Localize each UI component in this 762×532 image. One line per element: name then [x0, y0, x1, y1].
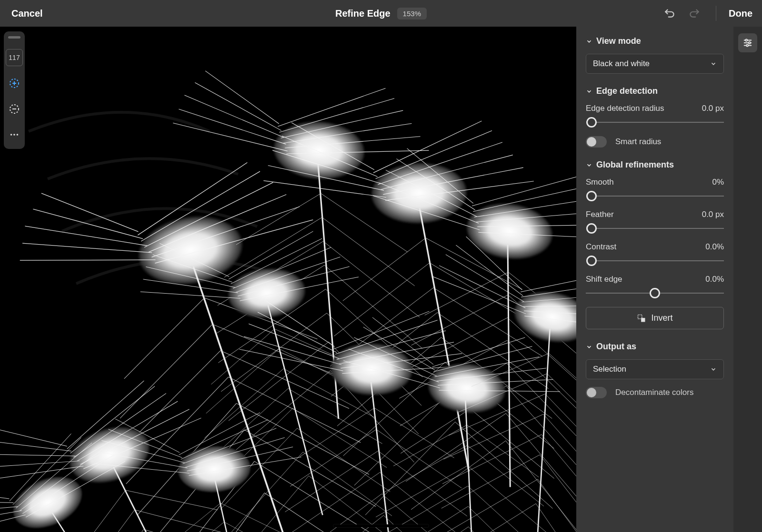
more-tools-button[interactable]	[6, 126, 23, 143]
right-rail	[733, 27, 762, 532]
feather-value: 0.0 px	[702, 210, 724, 219]
view-mode-select[interactable]: Black and white	[586, 54, 724, 74]
edge-detection-section: Edge detection Edge detection radius 0.0…	[586, 86, 724, 148]
svg-point-36	[13, 134, 15, 136]
decontaminate-toggle[interactable]	[586, 387, 607, 398]
svg-point-35	[10, 134, 12, 136]
svg-point-41	[749, 42, 751, 44]
cancel-button[interactable]: Cancel	[11, 8, 43, 19]
contrast-value: 0.0%	[705, 242, 724, 252]
smart-radius-toggle[interactable]	[586, 136, 607, 148]
global-refinements-title: Global refinements	[596, 160, 674, 170]
svg-point-43	[746, 44, 748, 46]
output-section: Output as Selection Decontaminate colors	[586, 342, 724, 398]
subtract-from-selection-tool[interactable]	[6, 100, 23, 118]
done-button[interactable]: Done	[729, 8, 752, 19]
svg-rect-45	[642, 318, 645, 322]
invert-icon	[637, 314, 646, 323]
svg-point-37	[17, 134, 19, 136]
properties-toggle-button[interactable]	[738, 33, 757, 52]
svg-point-39	[745, 39, 747, 41]
view-mode-header[interactable]: View mode	[586, 36, 724, 46]
view-mode-value: Black and white	[593, 59, 650, 69]
feather-label: Feather	[586, 210, 614, 219]
edge-radius-value: 0.0 px	[702, 104, 724, 113]
edge-radius-slider[interactable]	[586, 117, 724, 128]
add-to-selection-tool[interactable]	[6, 75, 23, 92]
home-indicator	[333, 524, 429, 527]
global-refinements-header[interactable]: Global refinements	[586, 160, 724, 170]
output-title: Output as	[596, 342, 636, 352]
shift-edge-label: Shift edge	[586, 275, 622, 284]
drag-handle[interactable]	[8, 36, 20, 39]
smooth-value: 0%	[712, 177, 724, 187]
separator	[716, 6, 716, 21]
smooth-slider[interactable]	[586, 191, 724, 201]
shift-edge-slider[interactable]	[586, 288, 724, 298]
smooth-label: Smooth	[586, 177, 614, 187]
top-bar: Cancel Refine Edge 153% Done	[0, 0, 762, 27]
edge-radius-label: Edge detection radius	[586, 104, 664, 113]
refine-edge-panel: View mode Black and white Edge detection…	[576, 27, 733, 532]
tool-bar: 117	[4, 31, 25, 149]
edge-detection-title: Edge detection	[596, 86, 658, 96]
redo-button[interactable]	[684, 4, 703, 23]
contrast-label: Contrast	[586, 242, 616, 252]
global-refinements-section: Global refinements Smooth0% Feather0.0 p…	[586, 160, 724, 329]
invert-label: Invert	[651, 313, 672, 323]
contrast-slider[interactable]	[586, 256, 724, 266]
invert-button[interactable]: Invert	[586, 307, 724, 329]
chevron-down-icon	[710, 60, 717, 67]
chevron-down-icon	[710, 366, 717, 373]
output-header[interactable]: Output as	[586, 342, 724, 352]
screen-title: Refine Edge	[335, 8, 391, 19]
decontaminate-label: Decontaminate colors	[615, 388, 693, 397]
brush-size-button[interactable]: 117	[6, 49, 23, 66]
output-value: Selection	[593, 365, 626, 374]
smart-radius-label: Smart radius	[615, 137, 661, 147]
shift-edge-value: 0.0%	[705, 275, 724, 284]
feather-slider[interactable]	[586, 223, 724, 234]
view-mode-section: View mode Black and white	[586, 36, 724, 74]
zoom-badge[interactable]: 153%	[397, 8, 427, 20]
undo-button[interactable]	[661, 4, 680, 23]
view-mode-title: View mode	[596, 36, 641, 46]
edge-detection-header[interactable]: Edge detection	[586, 86, 724, 96]
output-select[interactable]: Selection	[586, 359, 724, 379]
